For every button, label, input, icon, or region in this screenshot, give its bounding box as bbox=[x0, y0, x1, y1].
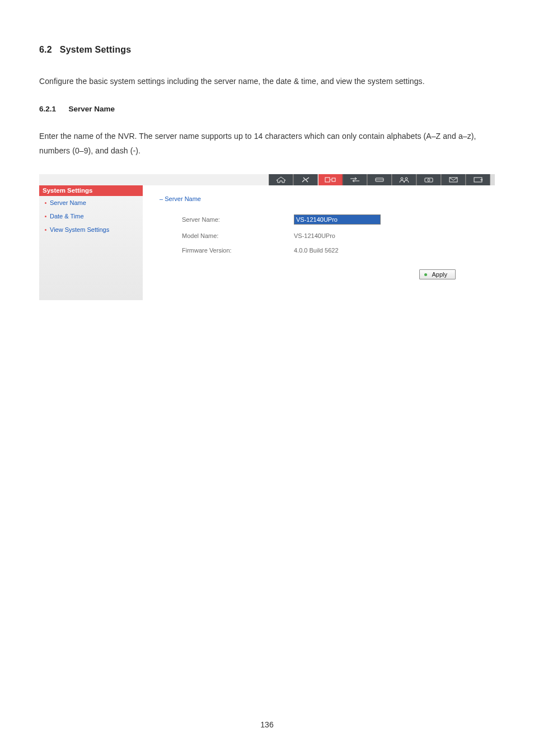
section-title: System Settings bbox=[60, 45, 131, 54]
label-firmware-version: Firmware Version: bbox=[182, 247, 294, 254]
plug-icon[interactable] bbox=[293, 174, 318, 185]
svg-point-5 bbox=[405, 178, 407, 180]
svg-point-7 bbox=[428, 179, 430, 181]
log-icon[interactable] bbox=[466, 174, 490, 185]
label-model-name: Model Name: bbox=[182, 232, 294, 239]
sidebar-item-date-time[interactable]: Date & Time bbox=[39, 209, 143, 223]
value-model-name: VS-12140UPro bbox=[294, 232, 335, 239]
toolbar-spacer bbox=[39, 174, 269, 185]
embedded-screenshot: System Settings Server Name Date & Time … bbox=[39, 174, 495, 300]
apply-button[interactable]: Apply bbox=[419, 269, 456, 279]
sidebar-item-server-name[interactable]: Server Name bbox=[39, 196, 143, 209]
arrows-icon[interactable] bbox=[343, 174, 367, 185]
sidebar-header: System Settings bbox=[39, 185, 143, 196]
house-icon[interactable] bbox=[269, 174, 293, 185]
settings-panel: – Server Name Server Name: Model Name: V… bbox=[143, 185, 495, 300]
row-server-name: Server Name: bbox=[160, 214, 478, 225]
users-icon[interactable] bbox=[392, 174, 416, 185]
contacts-icon[interactable] bbox=[318, 174, 343, 185]
label-server-name: Server Name: bbox=[182, 216, 294, 223]
page-number: 136 bbox=[0, 720, 534, 729]
panel-heading: – Server Name bbox=[160, 195, 478, 202]
envelope-icon[interactable] bbox=[441, 174, 466, 185]
svg-point-4 bbox=[401, 178, 403, 180]
sidebar-item-label: Date & Time bbox=[50, 213, 84, 220]
apply-button-label: Apply bbox=[432, 271, 447, 278]
row-model-name: Model Name: VS-12140UPro bbox=[160, 232, 478, 239]
subsection-intro: Enter the name of the NVR. The server na… bbox=[39, 129, 495, 158]
subsection-number: 6.2.1 bbox=[39, 105, 56, 113]
subsection-title: Server Name bbox=[69, 105, 115, 113]
row-firmware-version: Firmware Version: 4.0.0 Build 5622 bbox=[160, 247, 478, 254]
bullet-icon bbox=[45, 216, 46, 217]
bullet-icon bbox=[45, 202, 46, 204]
drive-icon[interactable] bbox=[367, 174, 392, 185]
section-heading: 6.2 System Settings bbox=[39, 45, 495, 55]
bullet-icon bbox=[45, 229, 46, 231]
subsection-heading: 6.2.1 Server Name bbox=[39, 105, 495, 113]
top-toolbar bbox=[39, 174, 495, 185]
camera-icon[interactable] bbox=[416, 174, 441, 185]
status-dot-icon bbox=[424, 273, 427, 276]
sidebar-item-label: View System Settings bbox=[50, 226, 109, 233]
svg-rect-0 bbox=[325, 178, 330, 182]
sidebar: System Settings Server Name Date & Time … bbox=[39, 185, 143, 300]
sidebar-item-view-system-settings[interactable]: View System Settings bbox=[39, 223, 143, 236]
server-name-input[interactable] bbox=[294, 214, 381, 225]
section-intro: Configure the basic system settings incl… bbox=[39, 74, 495, 89]
sidebar-item-label: Server Name bbox=[50, 199, 86, 206]
section-number: 6.2 bbox=[39, 45, 52, 54]
svg-rect-1 bbox=[332, 178, 335, 181]
value-firmware-version: 4.0.0 Build 5622 bbox=[294, 247, 339, 254]
